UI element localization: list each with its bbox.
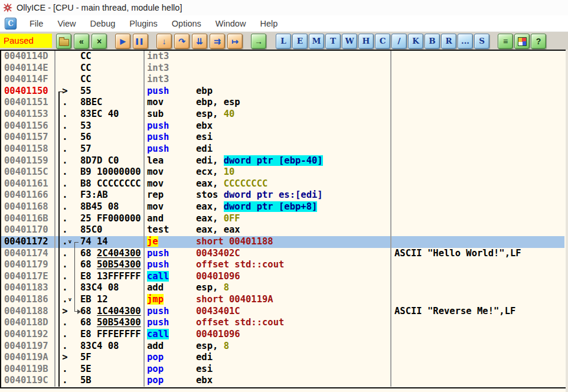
open-button[interactable]: [56, 34, 71, 49]
step-into-button[interactable]: ↓: [156, 34, 172, 49]
address-cell: 0040116B: [4, 213, 48, 225]
patches-window-button[interactable]: /: [391, 34, 407, 49]
disasm-row-00401166[interactable]: 00401166 .F3:ABrepstos dword ptr es:[edi…: [0, 190, 564, 201]
letter-H-icon: H: [363, 37, 370, 45]
hexdump-cell: 85C0: [80, 224, 102, 236]
disasm-row-00401156[interactable]: 00401156 .53pushebx: [0, 120, 564, 132]
address-cell: 0040114F: [4, 74, 48, 86]
disasm-row-00401161[interactable]: 00401161 .B8 CCCCCCCCmoveax, CCCCCCCC: [0, 178, 564, 190]
title-bar: OllyICE - [CPU - main thread, module hel…: [0, 0, 568, 15]
disasm-row-00401153[interactable]: 00401153 .83EC 40subesp, 40: [0, 109, 564, 120]
menu-item-window[interactable]: Window: [208, 17, 253, 30]
disasm-row-0040117E[interactable]: 0040117E .E8 13FFFFFFcall00401096: [0, 271, 564, 283]
options-button[interactable]: ≡: [498, 34, 513, 49]
disasm-row-00401172[interactable]: 00401172 .v74 14jeshort 00401188: [0, 236, 564, 248]
mnemonic-cell: push: [147, 86, 169, 97]
source-window-button[interactable]: S: [474, 34, 489, 49]
operands-cell: ebx: [196, 120, 213, 132]
operands-cell: esp, 8: [196, 282, 229, 294]
address-cell: 00401161: [4, 178, 48, 190]
pane-bottom-border: [0, 387, 566, 388]
disasm-row-0040118D[interactable]: 0040118D .68 50B54300pushoffset std::cou…: [0, 317, 564, 329]
mnemonic-cell: add: [147, 282, 164, 294]
animate-over-button[interactable]: ⇉: [210, 34, 225, 49]
disasm-row-0040114E[interactable]: 0040114ECCint3: [0, 63, 564, 74]
disasm-row-00401197[interactable]: 00401197 .83C4 08addesp, 8: [0, 341, 564, 352]
call-stack-window-button[interactable]: K: [408, 34, 423, 49]
hexdump-cell: 8BEC: [80, 97, 102, 109]
operands-cell: ebp, esp: [196, 97, 240, 109]
disasm-row-0040119C[interactable]: 0040119C .5Bpopebx: [0, 375, 564, 387]
cpu-window-button[interactable]: C: [375, 34, 390, 49]
hexdump-cell: EB 12: [80, 294, 108, 306]
disasm-row-00401168[interactable]: 00401168 .8B45 08moveax, dword ptr [ebp+…: [0, 201, 564, 213]
menu-item-help[interactable]: Help: [253, 17, 285, 30]
disasm-row-00401151[interactable]: 00401151 .8BECmovebp, esp: [0, 97, 564, 109]
log-window-button[interactable]: L: [276, 34, 291, 49]
disasm-row-00401174[interactable]: 00401174 .68 2C404300push0043402CASCII "…: [0, 248, 564, 260]
memory-window-button[interactable]: M: [309, 34, 324, 49]
disasm-row-00401157[interactable]: 00401157 .56pushesi: [0, 132, 564, 143]
execute-till-return-button[interactable]: ↦: [227, 34, 243, 49]
windows-window-button[interactable]: W: [342, 34, 357, 49]
mnemonic-cell: jmp: [147, 294, 164, 306]
hexdump-cell: 83C4 08: [80, 341, 119, 352]
mnemonic-cell: push: [147, 317, 169, 329]
letter-T-icon: T: [330, 37, 336, 45]
disasm-row-00401186[interactable]: 00401186 .vEB 12jmpshort 0040119A: [0, 294, 564, 306]
appearance-button[interactable]: [514, 34, 530, 49]
references-window-button[interactable]: R: [441, 34, 456, 49]
address-cell: 00401157: [4, 132, 48, 143]
disasm-row-00401170[interactable]: 00401170 .85C0testeax, eax: [0, 224, 564, 236]
disasm-row-00401183[interactable]: 00401183 .83C4 08addesp, 8: [0, 282, 564, 294]
menu-item-debug[interactable]: Debug: [83, 17, 123, 30]
operands-cell: ecx, 10: [196, 166, 234, 178]
executables-window-button[interactable]: E: [292, 34, 308, 49]
threads-window-button[interactable]: T: [325, 34, 341, 49]
disasm-row-0040114F[interactable]: 0040114FCCint3: [0, 74, 564, 86]
disasm-row-0040114D[interactable]: 0040114DCCint3: [0, 51, 564, 63]
disasm-row-00401179[interactable]: 00401179 .68 50B54300pushoffset std::cou…: [0, 259, 564, 271]
hexdump-cell: 5B: [80, 375, 92, 387]
disasm-row-00401158[interactable]: 00401158 .57pushedi: [0, 143, 564, 155]
step-over-button[interactable]: ↷: [174, 34, 190, 49]
handles-window-button[interactable]: H: [358, 34, 374, 49]
go-to-address-button[interactable]: →: [251, 34, 266, 49]
breakpoints-window-button[interactable]: B: [425, 34, 440, 49]
help-button[interactable]: ?: [531, 34, 546, 49]
pause-button[interactable]: ▌▌: [133, 34, 148, 49]
disasm-row-0040115C[interactable]: 0040115C .B9 10000000movecx, 10: [0, 166, 564, 178]
disasm-row-0040119B[interactable]: 0040119B .5Epopesi: [0, 364, 564, 375]
letter-E-icon: E: [297, 37, 303, 45]
disasm-row-0040119A[interactable]: 0040119A >5Fpopedi: [0, 352, 564, 364]
disasm-row-00401150[interactable]: 00401150 >55pushebp: [0, 86, 564, 97]
disasm-row-0040116B[interactable]: 0040116B .25 FF000000andeax, 0FF: [0, 213, 564, 225]
menu-item-options[interactable]: Options: [165, 17, 208, 30]
step-over-icon: ↷: [178, 37, 185, 45]
close-button[interactable]: ×: [92, 34, 107, 49]
folder-open-icon: [59, 39, 69, 46]
disasm-row-00401188[interactable]: 00401188 >68 1C404300push0043401CASCII "…: [0, 306, 564, 318]
cpu-child-window-icon[interactable]: C: [5, 18, 17, 30]
operands-cell: edi: [196, 143, 213, 155]
operands-cell: stos dword ptr es:[edi]: [196, 190, 323, 201]
pause-icon: ▌▌: [136, 39, 145, 44]
address-cell: 00401179: [4, 259, 48, 271]
letter-L-icon: L: [280, 37, 286, 45]
run-button[interactable]: ▶: [115, 34, 130, 49]
menu-item-file[interactable]: File: [22, 17, 50, 30]
mnemonic-cell: push: [147, 259, 169, 271]
operands-cell: eax, CCCCCCCC: [196, 178, 267, 190]
disasm-row-00401192[interactable]: 00401192 .E8 FFFEFFFFcall00401096: [0, 329, 564, 341]
operands-cell: 0043402C: [196, 248, 240, 260]
menu-item-view[interactable]: View: [50, 17, 83, 30]
operands-cell: edi, dword ptr [ebp-40]: [196, 155, 323, 167]
restart-button[interactable]: «: [74, 34, 89, 49]
address-cell: 00401197: [4, 341, 48, 352]
menu-item-plugins[interactable]: Plugins: [122, 17, 165, 30]
run-trace-window-button[interactable]: ...: [458, 34, 473, 49]
disasm-row-00401159[interactable]: 00401159 .8D7D C0leaedi, dword ptr [ebp-…: [0, 155, 564, 167]
animate-into-button[interactable]: ⇊: [192, 34, 207, 49]
address-cell: 00401156: [4, 120, 48, 132]
goto-arrow-icon: →: [254, 37, 263, 45]
